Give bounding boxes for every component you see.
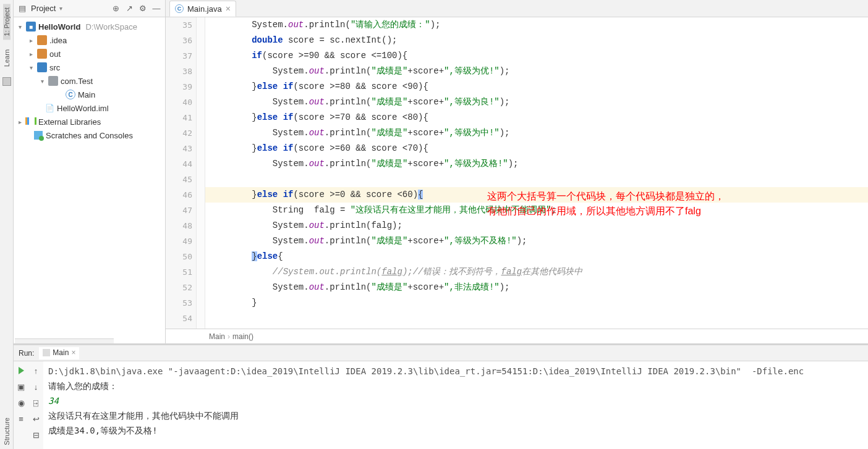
tool-button[interactable]: ▣ [15, 381, 27, 392]
project-panel-title: Project [31, 4, 56, 13]
expand-icon[interactable]: ↗ [124, 4, 134, 14]
tool-button[interactable]: ⊟ [30, 429, 41, 440]
tree-node[interactable]: External Libraries [38, 117, 101, 127]
line-gutter: 3536373839404142434445464748495051525354 [166, 17, 197, 329]
left-tool-rail: 1: Project Learn Structure [0, 0, 14, 449]
tree-node[interactable]: com.Test [61, 77, 93, 86]
project-view-icon[interactable]: ▤ [17, 4, 27, 14]
project-panel: ▤ Project ▾ ⊕ ↗ ⚙ — ▾■HelloWorldD:\WorkS… [14, 0, 166, 343]
tree-node[interactable]: .idea [49, 36, 67, 45]
iml-icon: 📄 [45, 103, 54, 113]
scroll-up-button[interactable]: ↑ [30, 365, 41, 376]
run-config-icon [43, 349, 50, 356]
java-icon: C [175, 4, 184, 13]
scratches-icon [34, 131, 43, 140]
hide-icon[interactable]: — [151, 4, 161, 14]
gear-icon[interactable]: ⚙ [138, 4, 148, 14]
editor-tab-label: Main.java [187, 4, 222, 14]
tool-button[interactable]: ◉ [15, 397, 27, 408]
rail-icon[interactable] [2, 77, 11, 86]
rail-learn-tab[interactable]: Learn [3, 46, 11, 70]
breadcrumb[interactable]: Main › main() [166, 329, 868, 343]
tree-node[interactable]: Main [78, 90, 95, 99]
console-output[interactable]: D:\jdk1.8\bin\java.exe "-javaagent:D:\id… [43, 361, 868, 449]
run-title: Run: [19, 349, 34, 358]
close-icon[interactable]: × [226, 4, 231, 14]
wrap-button[interactable]: ↩ [30, 413, 41, 424]
tool-button[interactable]: ⍈ [30, 397, 41, 408]
run-config-tab[interactable]: Main × [39, 347, 79, 359]
code-editor[interactable]: 3536373839404142434445464748495051525354… [166, 17, 868, 329]
play-icon [19, 367, 24, 374]
run-panel: Run: Main × ▣ ◉ ≡ ↑ ↓ ⍈ ↩ [14, 343, 868, 449]
crumb[interactable]: main() [232, 332, 253, 341]
crumb[interactable]: Main [209, 332, 225, 341]
rail-structure-tab[interactable]: Structure [3, 414, 11, 449]
gutter-marks [197, 17, 205, 329]
rail-project-tab[interactable]: 1: Project [3, 4, 11, 40]
tree-root-path: D:\WorkSpace [85, 22, 137, 31]
tree-node[interactable]: Scratches and Consoles [46, 131, 133, 140]
run-toolbar: ▣ ◉ ≡ ↑ ↓ ⍈ ↩ ⊟ [14, 361, 43, 449]
tree-node[interactable]: out [49, 49, 61, 59]
scroll-down-button[interactable]: ↓ [30, 381, 41, 392]
tree-node[interactable]: HelloWorld.iml [57, 104, 109, 113]
tool-button[interactable]: ≡ [15, 413, 27, 424]
editor-area: C Main.java × 35363738394041424344454647… [166, 0, 868, 343]
project-tree[interactable]: ▾■HelloWorldD:\WorkSpace ▸.idea ▸out ▾sr… [14, 17, 165, 338]
editor-tabbar: C Main.java × [166, 0, 868, 17]
project-panel-header: ▤ Project ▾ ⊕ ↗ ⚙ — [14, 0, 165, 17]
libraries-icon [25, 117, 36, 127]
locate-icon[interactable]: ⊕ [111, 4, 121, 14]
run-button[interactable] [15, 365, 27, 376]
tree-root[interactable]: HelloWorld [38, 22, 80, 31]
code-content[interactable]: System.out.println("请输入您的成绩："); double s… [205, 17, 868, 329]
run-config-label: Main [53, 348, 69, 357]
tree-node[interactable]: src [49, 63, 60, 72]
close-icon[interactable]: × [71, 348, 75, 357]
editor-tab[interactable]: C Main.java × [169, 1, 236, 17]
run-panel-header: Run: Main × [14, 345, 868, 361]
panel-resize-handle[interactable] [15, 338, 114, 343]
